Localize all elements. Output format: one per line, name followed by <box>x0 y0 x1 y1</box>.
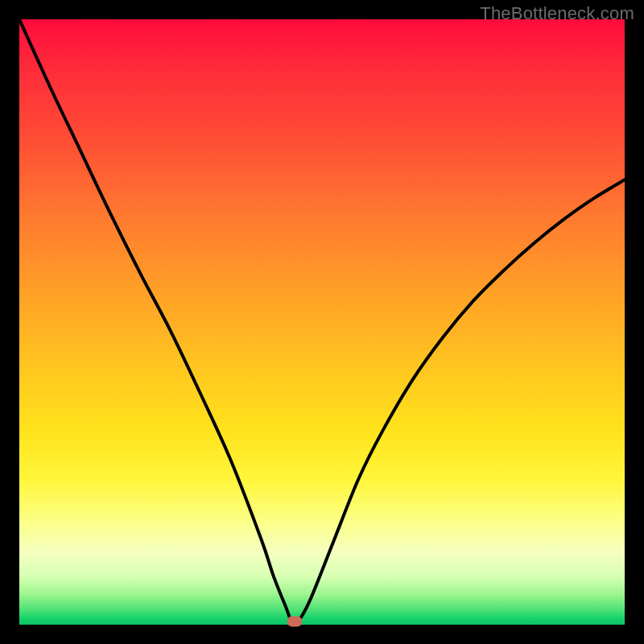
plot-area <box>19 19 625 625</box>
optimal-point-marker <box>287 617 302 627</box>
bottleneck-curve <box>19 19 625 625</box>
chart-frame: TheBottleneck.com <box>0 0 644 644</box>
watermark-text: TheBottleneck.com <box>480 3 634 24</box>
curve-path <box>19 19 625 624</box>
